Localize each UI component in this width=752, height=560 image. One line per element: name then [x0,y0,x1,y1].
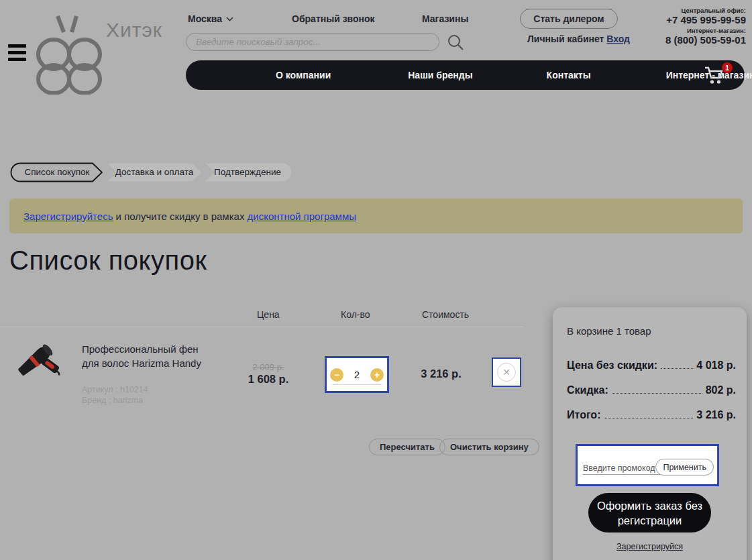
summary-title: В корзине 1 товар [567,325,651,337]
discount-program-link[interactable]: дисконтной программы [248,211,356,222]
promo-code-box: Применить [576,444,719,486]
office-phone-label: Центральный офис: [665,7,746,14]
discount-banner: Зарегистрируйтесь и получите скидку в ра… [9,199,743,233]
close-icon: ✕ [497,363,516,382]
summary-value: 4 018 р. [696,359,736,372]
table-divider [0,327,523,327]
quantity-stepper: − 2 + [325,356,389,393]
summary-value: 802 р. [706,384,736,396]
search-icon[interactable] [447,34,464,51]
quantity-value[interactable]: 2 [354,369,360,380]
dotted-leader [612,393,702,394]
city-selector[interactable]: Москва [188,13,233,24]
promo-code-input[interactable] [583,463,661,475]
chevron-down-icon [226,17,233,21]
stores-link[interactable]: Магазины [422,13,468,24]
register-link-wrap: Зарегистрируйся [553,542,747,551]
register-banner-link[interactable]: Зарегистрируйтесь [23,211,113,222]
apply-promo-button[interactable]: Применить [655,459,714,475]
page-title: Список покупок [9,245,207,276]
nav-item-brands[interactable]: Наши бренды [408,70,472,80]
cart-count-badge: 1 [722,62,733,73]
become-dealer-button[interactable]: Стать дилером [520,9,618,29]
product-image-hairdryer[interactable] [12,334,68,384]
nav-item-contacts[interactable]: Контакты [547,70,591,80]
butterfly-logo-icon [35,11,105,95]
summary-row-discount: Скидка: 802 р. [567,384,736,396]
account-area: Личный кабинет Вход [527,34,630,44]
product-name[interactable]: Профессиональный фен для волос Harizma H… [82,342,216,370]
account-label: Личный кабинет [527,34,604,44]
cart-summary-panel: В корзине 1 товар Цена без скидки: 4 018… [553,307,747,560]
dotted-leader [604,418,693,418]
summary-label: Цена без скидки: [567,359,657,372]
recalculate-button[interactable]: Пересчитать [369,439,445,455]
banner-text: и получите скидку в рамках [113,211,247,222]
search-box [186,33,439,51]
shop-phone-number: 8 (800) 505-59-01 [665,34,746,46]
column-header-cost: Стоимость [422,309,469,320]
step-delivery-payment[interactable]: Доставка и оплата [107,167,201,177]
page: Хитэк Москва Обратный звонок Магазины Ст… [0,0,752,560]
quantity-underline [332,384,382,386]
checkout-without-registration-button[interactable]: Оформить заказ без регистрации [588,493,711,533]
summary-value: 3 216 р. [696,409,736,421]
main-navbar: О компании Наши бренды Контакты Интернет… [186,60,745,90]
summary-row-subtotal: Цена без скидки: 4 018 р. [567,359,736,372]
column-header-qty: Кол-во [341,309,370,320]
quantity-minus-button[interactable]: − [330,368,343,382]
remove-item-button[interactable]: ✕ [492,357,521,387]
clear-cart-button[interactable]: Очистить корзину [439,439,539,455]
hamburger-menu-icon[interactable] [8,44,26,63]
checkout-steps: Список покупок Доставка и оплата Подтвер… [9,162,305,182]
shop-phone-label: Интернет-магазин: [665,27,746,34]
logo[interactable]: Хитэк [35,11,189,95]
office-phone-number: +7 495 995-99-59 [665,14,746,25]
product-sku: Артикул : h10214 [82,385,148,394]
dotted-leader [661,368,693,369]
product-cost: 3 216 р. [413,368,470,380]
callback-link[interactable]: Обратный звонок [292,13,375,24]
quantity-plus-button[interactable]: + [370,368,384,382]
summary-row-total: Итого: 3 216 р. [567,409,736,421]
step-confirmation[interactable]: Подтверждение [205,167,290,177]
step-shopping-list[interactable]: Список покупок [13,167,101,177]
search-input[interactable] [196,34,429,50]
nav-item-about[interactable]: О компании [276,70,331,80]
product-price: 1 608 р. [238,373,299,386]
register-link[interactable]: Зарегистрируйся [616,542,683,551]
product-brand: Бренд : harizma [82,396,143,405]
summary-label: Скидка: [567,384,608,396]
login-link[interactable]: Вход [606,34,630,44]
column-header-price: Цена [257,309,280,320]
city-label: Москва [188,13,222,24]
logo-text: Хитэк [106,19,162,42]
summary-label: Итого: [567,409,600,421]
phones-block: Центральный офис: +7 495 995-99-59 Интер… [665,7,746,47]
product-old-price: 2 009 р. [241,362,295,372]
